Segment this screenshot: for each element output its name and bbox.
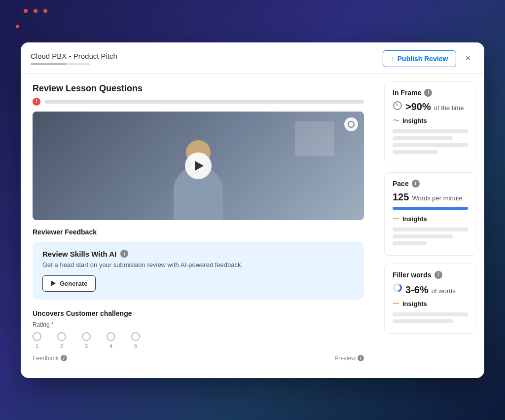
publish-button[interactable]: ↑ Publish Review <box>383 50 456 67</box>
record-inner-icon <box>348 121 355 128</box>
record-indicator <box>344 117 358 131</box>
ai-banner-header: Review Skills With AI i <box>42 250 354 258</box>
inframe-skeleton-3 <box>393 143 468 147</box>
inframe-main-value: >90% <box>405 101 431 113</box>
inframe-skeleton-2 <box>393 136 453 140</box>
filler-info-icon: i <box>434 271 442 279</box>
filler-insights-label: Insights <box>402 300 427 307</box>
inframe-chart-icon: 〜 <box>393 116 399 125</box>
publish-label: Publish Review <box>397 55 448 63</box>
rating-5[interactable]: 5 <box>131 332 140 349</box>
generate-label: Generate <box>60 280 87 287</box>
card-header: Cloud PBX - Product Pitch ↑ Publish Revi… <box>21 42 484 67</box>
rating-number-1: 1 <box>36 343 38 349</box>
rating-4[interactable]: 4 <box>107 332 115 349</box>
inframe-insights-title-row: 〜 Insights <box>393 116 468 125</box>
rating-dot-4 <box>107 332 115 341</box>
pace-info-icon: i <box>412 180 420 188</box>
play-triangle-icon <box>195 161 204 171</box>
pace-insights-label: Insights <box>402 215 427 223</box>
pace-insights: 〜 Insights <box>393 215 468 245</box>
pace-sub-value: Words per minute <box>412 194 462 202</box>
subtitle-bar: ! <box>33 98 364 106</box>
bg-art <box>295 121 334 156</box>
filler-main-value: 3-6% <box>405 284 429 296</box>
filler-skeleton-2 <box>393 319 453 323</box>
pace-bar <box>393 207 468 210</box>
filler-donut-icon <box>393 283 402 293</box>
video-container[interactable] <box>33 112 364 220</box>
rating-number-2: 2 <box>60 343 63 349</box>
inframe-title-row: In Frame i <box>393 89 468 97</box>
section-title: Review Lesson Questions <box>33 83 364 94</box>
pace-value-row: 125 Words per minute <box>393 191 468 203</box>
generate-play-icon <box>51 280 56 286</box>
pace-card: Pace i 125 Words per minute 〜 Insights <box>384 172 476 256</box>
pace-title-row: Pace i <box>393 180 468 188</box>
rating-dots: 1 2 3 4 5 <box>33 332 364 349</box>
rating-number-4: 4 <box>109 343 112 349</box>
filler-card: Filler words i 3-6% of words 〜 <box>384 264 476 334</box>
pace-skeleton-1 <box>393 228 468 231</box>
inframe-info-icon: i <box>424 89 432 97</box>
header-left: Cloud PBX - Product Pitch <box>31 52 117 65</box>
inframe-value-row: >90% of the time <box>393 101 468 113</box>
filler-value-row: 3-6% of words <box>393 283 468 296</box>
inframe-card: In Frame i >90% of the time 〜 Insigh <box>384 81 476 164</box>
close-button[interactable]: × <box>461 51 474 66</box>
pace-main-value: 125 <box>393 191 409 203</box>
pace-title: Pace <box>393 180 409 188</box>
header-right: ↑ Publish Review × <box>383 50 474 67</box>
inframe-timer-icon <box>393 101 402 111</box>
inframe-skeleton-4 <box>393 150 438 154</box>
rating-number-5: 5 <box>134 343 137 349</box>
filler-skeleton-1 <box>393 312 468 316</box>
inframe-sub-value: of the time <box>434 104 464 112</box>
feedback-row: Feedback i Preview i <box>33 355 364 362</box>
filler-sub-value: of words <box>432 287 456 295</box>
filler-chart-icon: 〜 <box>393 300 399 308</box>
ai-title: Review Skills With AI <box>42 250 116 258</box>
filler-title-row: Filler words i <box>393 271 468 279</box>
progress-bar-container <box>31 63 90 65</box>
pace-chart-icon: 〜 <box>393 215 399 224</box>
rating-dot-2 <box>57 332 66 341</box>
play-button[interactable] <box>185 153 212 179</box>
filler-insights-title-row: 〜 Insights <box>393 300 468 308</box>
ai-review-banner: Review Skills With AI i Get a head start… <box>33 242 364 300</box>
rating-dot-3 <box>82 332 91 341</box>
upload-icon: ↑ <box>391 55 395 62</box>
inframe-title: In Frame <box>393 89 421 97</box>
rating-2[interactable]: 2 <box>57 332 66 349</box>
rating-number-3: 3 <box>85 343 88 349</box>
feedback-label: Feedback i <box>33 355 67 362</box>
preview-info-icon: i <box>358 355 364 361</box>
content-area: Review Lesson Questions ! <box>21 74 484 372</box>
feedback-info-icon: i <box>61 355 67 361</box>
generate-button[interactable]: Generate <box>42 275 96 292</box>
filler-insights: 〜 Insights <box>393 300 468 323</box>
pace-skeleton-3 <box>393 241 427 245</box>
rating-1[interactable]: 1 <box>33 332 41 349</box>
pace-skeleton-2 <box>393 234 453 238</box>
ai-description: Get a head start on your submission revi… <box>42 261 354 268</box>
main-card: Cloud PBX - Product Pitch ↑ Publish Revi… <box>21 42 484 378</box>
question-label: Uncovers Customer challenge <box>33 309 364 317</box>
inframe-skeleton-1 <box>393 129 468 133</box>
rating-label: Rating * <box>33 321 364 328</box>
filler-title: Filler words <box>393 271 432 279</box>
left-panel: Review Lesson Questions ! <box>21 74 376 372</box>
rating-dot-1 <box>33 332 41 341</box>
inframe-insights: 〜 Insights <box>393 116 468 154</box>
pace-insights-title-row: 〜 Insights <box>393 215 468 224</box>
reviewer-feedback-label: Reviewer Feedback <box>33 228 364 236</box>
inframe-insights-label: Insights <box>402 117 427 124</box>
rating-3[interactable]: 3 <box>82 332 91 349</box>
alert-icon: ! <box>33 98 40 106</box>
question-section: Uncovers Customer challenge Rating * 1 2 <box>33 309 364 362</box>
subtitle-line <box>44 100 364 104</box>
right-panel: In Frame i >90% of the time 〜 Insigh <box>376 74 484 372</box>
rating-dot-5 <box>131 332 140 341</box>
progress-bar-fill <box>31 63 66 65</box>
page-title: Cloud PBX - Product Pitch <box>31 52 117 60</box>
